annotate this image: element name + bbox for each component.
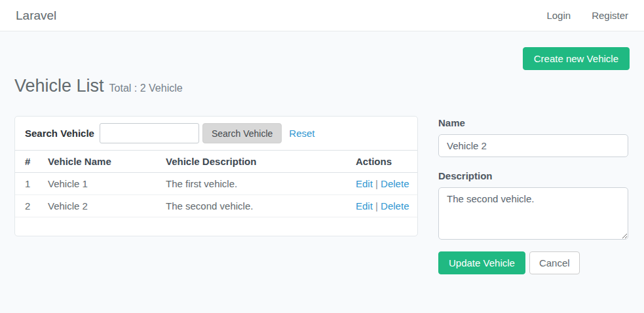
search-button[interactable]: Search Vehicle <box>202 123 282 143</box>
column-header-name: Vehicle Name <box>43 151 161 173</box>
vehicle-edit-form: Name Description The second vehicle. Upd… <box>438 116 628 274</box>
table-row: 1 Vehicle 1 The first vehicle. Edit | De… <box>15 173 417 195</box>
delete-link[interactable]: Delete <box>381 200 409 212</box>
description-group: Description The second vehicle. <box>438 170 628 242</box>
column-header-num: # <box>15 151 43 173</box>
table-row: 2 Vehicle 2 The second vehicle. Edit | D… <box>15 195 417 217</box>
page-subtitle: Total : 2 Vehicle <box>109 83 183 94</box>
page-title-text: Vehicle List <box>14 76 104 96</box>
login-link[interactable]: Login <box>546 10 571 21</box>
column-header-description: Vehicle Description <box>161 151 350 173</box>
link-separator: | <box>375 200 378 212</box>
name-label: Name <box>438 117 628 128</box>
column-header-actions: Actions <box>350 151 417 173</box>
reset-link[interactable]: Reset <box>289 128 314 139</box>
update-vehicle-button[interactable]: Update Vehicle <box>438 251 525 274</box>
vehicle-list-card: Search Vehicle Search Vehicle Reset # Ve… <box>14 116 418 236</box>
name-field[interactable] <box>438 134 628 157</box>
edit-link[interactable]: Edit <box>356 178 373 189</box>
link-separator: | <box>375 178 378 189</box>
navbar: Laravel Login Register <box>0 0 644 31</box>
navbar-links: Login Register <box>546 10 628 21</box>
search-input[interactable] <box>100 123 199 143</box>
cell-description: The first vehicle. <box>161 173 350 195</box>
delete-link[interactable]: Delete <box>381 178 409 189</box>
form-buttons: Update Vehicle Cancel <box>438 251 628 274</box>
cell-description: The second vehicle. <box>161 195 350 217</box>
cell-actions: Edit | Delete <box>350 195 417 217</box>
create-new-vehicle-button[interactable]: Create new Vehicle <box>523 47 630 70</box>
card-spacer <box>15 217 417 236</box>
description-label: Description <box>438 170 628 181</box>
table-header-row: # Vehicle Name Vehicle Description Actio… <box>15 151 417 173</box>
vehicle-table: # Vehicle Name Vehicle Description Actio… <box>15 150 417 217</box>
cell-num: 1 <box>15 173 43 195</box>
edit-link[interactable]: Edit <box>356 200 373 212</box>
cell-actions: Edit | Delete <box>350 173 417 195</box>
cell-name: Vehicle 1 <box>43 173 161 195</box>
content-row: Search Vehicle Search Vehicle Reset # Ve… <box>14 116 630 274</box>
description-field[interactable]: The second vehicle. <box>438 187 628 240</box>
brand-link[interactable]: Laravel <box>16 9 56 23</box>
search-label: Search Vehicle <box>25 128 94 139</box>
page-title: Vehicle ListTotal : 2 Vehicle <box>14 76 630 96</box>
cell-name: Vehicle 2 <box>43 195 161 217</box>
cancel-button[interactable]: Cancel <box>529 251 580 274</box>
main-content: Create new Vehicle Vehicle ListTotal : 2… <box>0 31 644 274</box>
cell-num: 2 <box>15 195 43 217</box>
register-link[interactable]: Register <box>592 10 628 21</box>
search-bar: Search Vehicle Search Vehicle Reset <box>15 117 417 150</box>
